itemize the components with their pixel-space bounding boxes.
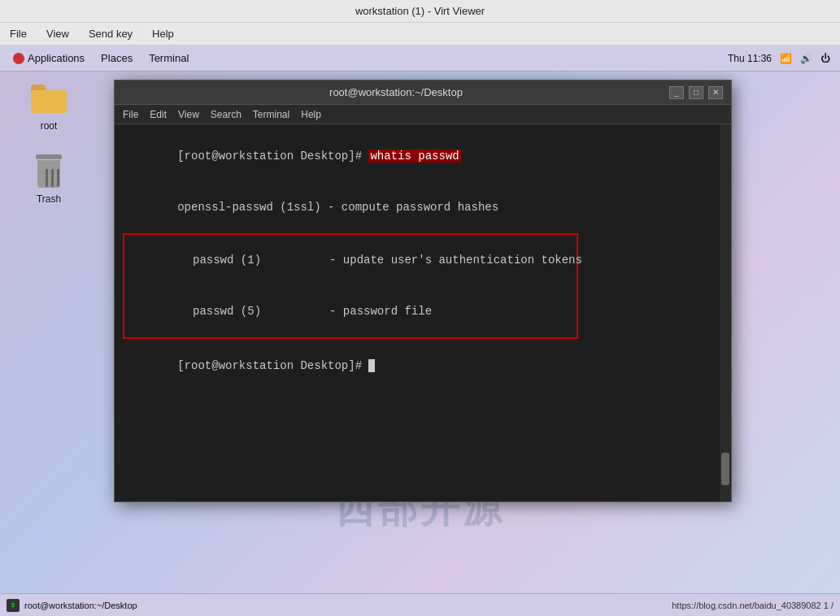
bottom-terminal-label[interactable]: root@workstation:~/Desktop [24, 601, 137, 610]
term-menu-search[interactable]: Search [211, 109, 242, 120]
bottom-right: https://blog.csdn.net/baidu_40389082 1 / [672, 601, 833, 610]
terminal-window: root@workstation:~/Desktop _ □ ✕ File Ed… [114, 80, 732, 502]
terminal-scrollbar[interactable] [720, 124, 731, 501]
minimize-button[interactable]: _ [669, 86, 684, 99]
terminal-menu[interactable]: Terminal [146, 50, 192, 66]
terminal-window-title: root@workstation:~/Desktop [123, 86, 669, 98]
desktop-icon-trash[interactable]: Trash [16, 153, 81, 205]
trash-line-2 [51, 169, 54, 187]
applications-label: Applications [28, 52, 85, 64]
term-menu-terminal[interactable]: Terminal [253, 109, 289, 120]
root-icon-label: root [41, 120, 58, 132]
command-text: whatis passwd [368, 150, 460, 163]
bottom-page: 1 / [824, 601, 833, 610]
app-title-bar: workstation (1) - Virt Viewer [0, 0, 840, 23]
app-title: workstation (1) - Virt Viewer [355, 5, 485, 17]
applications-icon [13, 53, 24, 64]
clock: Thu 11:36 [728, 53, 772, 64]
term-line-2: openssl-passwd (1ssl) - compute password… [123, 182, 723, 233]
bottom-taskbar: $ root@workstation:~/Desktop https://blo… [0, 593, 840, 616]
terminal-scrollbar-thumb[interactable] [721, 453, 729, 485]
trash-lines [46, 169, 59, 187]
taskbar-left: Applications Places Terminal [10, 50, 192, 66]
prompt-2: [root@workstation Desktop]# [177, 359, 368, 372]
folder-body [31, 90, 67, 113]
volume-icon: 🔊 [800, 53, 812, 64]
term-line-3: passwd (1) - update user's authenticatio… [124, 235, 577, 286]
bottom-terminal-icon: $ [7, 599, 20, 612]
menu-view[interactable]: View [43, 26, 72, 41]
trash-line-1 [46, 169, 48, 187]
term-menu-file[interactable]: File [123, 109, 138, 120]
app-menu-bar: File View Send key Help [0, 23, 840, 46]
places-label: Places [101, 52, 133, 64]
term-menu-edit[interactable]: Edit [150, 109, 167, 120]
close-button[interactable]: ✕ [708, 86, 723, 99]
desktop-icon-root[interactable]: root [16, 80, 81, 132]
result-passwd1: passwd (1) - update user's authenticatio… [193, 254, 582, 267]
trash-body [37, 160, 60, 188]
term-line-4: passwd (5) - password file [124, 286, 577, 337]
desktop: root Trash 西部开源 ro [0, 72, 840, 616]
applications-menu[interactable]: Applications [10, 50, 88, 66]
terminal-titlebar: root@workstation:~/Desktop _ □ ✕ [115, 80, 731, 105]
gnome-taskbar: Applications Places Terminal Thu 11:36 📶… [0, 46, 840, 72]
terminal-body[interactable]: [root@workstation Desktop]# whatis passw… [115, 124, 731, 501]
trash-line-3 [57, 169, 59, 187]
term-line-1: [root@workstation Desktop]# whatis passw… [123, 131, 723, 182]
menu-help[interactable]: Help [149, 26, 177, 41]
output-openssl: openssl-passwd (1ssl) - compute password… [177, 201, 498, 214]
cursor [368, 359, 375, 372]
prompt-1: [root@workstation Desktop]# [177, 150, 368, 163]
trash-lid [36, 154, 62, 159]
menu-sendkey[interactable]: Send key [85, 26, 136, 41]
term-line-5: [root@workstation Desktop]# [123, 341, 723, 392]
term-menu-help[interactable]: Help [301, 109, 321, 120]
power-icon: ⏻ [820, 53, 830, 64]
terminal-label: Terminal [149, 52, 189, 64]
folder-icon [29, 80, 68, 119]
taskbar-right: Thu 11:36 📶 🔊 ⏻ [728, 53, 830, 64]
menu-file[interactable]: File [7, 26, 30, 41]
terminal-menu-bar: File Edit View Search Terminal Help [115, 105, 731, 124]
window-buttons[interactable]: _ □ ✕ [669, 86, 723, 99]
network-icon: 📶 [780, 53, 792, 64]
bottom-url: https://blog.csdn.net/baidu_40389082 [672, 601, 820, 610]
trash-icon [29, 153, 68, 192]
trash-icon-label: Trash [37, 193, 61, 205]
result-block: passwd (1) - update user's authenticatio… [123, 233, 578, 339]
term-menu-view[interactable]: View [178, 109, 199, 120]
result-passwd5: passwd (5) - password file [193, 305, 432, 318]
restore-button[interactable]: □ [689, 86, 703, 99]
bottom-left: $ root@workstation:~/Desktop [7, 599, 137, 612]
places-menu[interactable]: Places [98, 50, 136, 66]
